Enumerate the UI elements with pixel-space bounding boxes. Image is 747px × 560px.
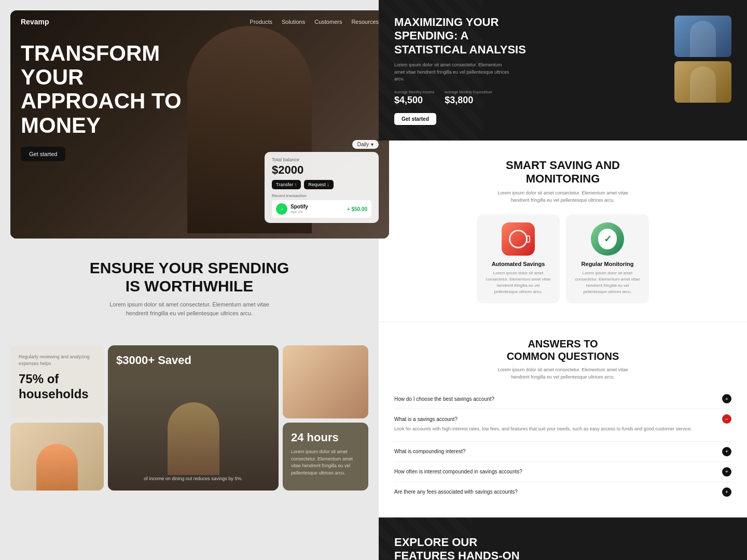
- transaction-row: ♪ Spotify Apr 24 + $50.00: [272, 200, 371, 218]
- household-stat-card: Regularly reviewing and analyzing expens…: [10, 345, 104, 418]
- faq-section: ANSWERS TO COMMON QUESTIONS Lorem ipsum …: [379, 321, 747, 517]
- faq-item-3[interactable]: What is compounding interest? +: [394, 442, 731, 462]
- avg-income-stat: Average Monthly Income $4,500: [394, 90, 434, 106]
- finance-widget: Daily ▾ Total balance $2000 Transfer ↑ R…: [265, 140, 379, 223]
- smart-saving-section: SMART SAVING AND MONITORING Lorem ipsum …: [379, 141, 747, 322]
- spending-desc: Lorem ipsum dolor sit amet consectetur. …: [101, 300, 278, 317]
- vault-circle: [509, 230, 528, 248]
- savings-income-text: of income on dining out reduces savings …: [108, 475, 279, 482]
- faq-toggle-1[interactable]: +: [722, 394, 731, 403]
- savings-amount: $3000+ Saved: [116, 354, 270, 367]
- avg-expense-value: $3,800: [445, 95, 492, 106]
- vault-icon: [502, 222, 535, 256]
- balance-label: Total balance: [272, 157, 371, 162]
- faq-question-3: What is compounding interest?: [394, 449, 465, 454]
- avg-expense-label: Average Monthly Expenditure: [445, 90, 492, 94]
- dark-hero-images: [674, 16, 731, 125]
- hours-number: 24 hours: [291, 431, 360, 444]
- regular-monitoring-desc: Lorem ipsum dolor sit amet consectetur. …: [574, 270, 641, 295]
- hero-title: TRANSFORM YOUR APPROACH TO MONEY: [21, 41, 218, 137]
- faq-toggle-4[interactable]: +: [722, 467, 731, 477]
- faq-item-4[interactable]: How often is interest compounded in savi…: [394, 462, 731, 482]
- tx-left: ♪ Spotify Apr 24: [276, 203, 308, 215]
- vault-handle: [526, 235, 530, 243]
- regular-monitoring-title: Regular Monitoring: [574, 261, 641, 267]
- faq-item-1[interactable]: How do I choose the best savings account…: [394, 389, 731, 409]
- person-silhouette-1: [690, 21, 716, 57]
- hero-nav: Revamp Products Solutions Customers Reso…: [10, 10, 389, 33]
- person-silhouette-2: [690, 66, 716, 103]
- nav-links: Products Solutions Customers Resources: [250, 19, 379, 25]
- vault-feature-icon: [502, 222, 535, 256]
- dark-hero-desc: Lorem ipsum dolor sit amet consectetur. …: [394, 62, 514, 83]
- transfer-button[interactable]: Transfer ↑: [272, 180, 301, 189]
- shield-icon-wrap: ✓: [591, 222, 624, 256]
- spending-section: ENSURE YOUR SPENDING IS WORTHWHILE Lorem…: [0, 239, 379, 345]
- dark-hero-cta-button[interactable]: Get started: [394, 113, 436, 125]
- savings-person-silhouette: [168, 402, 219, 475]
- hero-logo: Revamp: [21, 18, 49, 26]
- faq-answer-2: Look for accounts with high-interest rat…: [394, 424, 692, 436]
- hero-image-1: [674, 16, 731, 57]
- photo-card-1: [283, 345, 368, 418]
- hero-section: Revamp Products Solutions Customers Reso…: [10, 10, 389, 239]
- smart-saving-title: SMART SAVING AND MONITORING: [394, 159, 731, 186]
- stat-caption: Regularly reviewing and analyzing expens…: [19, 354, 95, 367]
- photo-card-2: [10, 423, 104, 491]
- regular-monitoring-card: ✓ Regular Monitoring Lorem ipsum dolor s…: [566, 214, 649, 303]
- spending-title: ENSURE YOUR SPENDING IS WORTHWHILE: [10, 259, 368, 295]
- faq-question-4: How often is interest compounded in savi…: [394, 469, 522, 474]
- faq-question-1: How do I choose the best savings account…: [394, 396, 494, 402]
- balance-actions: Transfer ↑ Request ↓: [272, 180, 371, 189]
- shield-shape: ✓: [598, 229, 617, 249]
- hours-card: 24 hours Lorem ipsum dolor sit amet cons…: [283, 423, 368, 491]
- recent-tx-label: Recent transaction: [272, 193, 371, 198]
- automated-savings-card: Automated Savings Lorem ipsum dolor sit …: [477, 214, 560, 303]
- faq-item-5[interactable]: Are there any fees associated with savin…: [394, 482, 731, 502]
- dark-hero-content: MAXIMIZING YOUR SPENDING: A STATISTICAL …: [394, 16, 664, 125]
- faq-title: ANSWERS TO COMMON QUESTIONS: [394, 338, 731, 362]
- balance-card: Total balance $2000 Transfer ↑ Request ↓…: [265, 152, 379, 223]
- savings-card: $3000+ Saved of income on dining out red…: [108, 345, 279, 491]
- smart-saving-desc: Lorem ipsum dolor sit amet consectetur. …: [490, 190, 635, 204]
- right-panel: MAXIMIZING YOUR SPENDING: A STATISTICAL …: [379, 0, 747, 560]
- hero-cta-button[interactable]: Get started: [21, 147, 65, 161]
- tx-name: Spotify: [290, 204, 308, 209]
- left-panel: Revamp Products Solutions Customers Reso…: [0, 0, 379, 560]
- stats-row: Average Monthly Income $4,500 Average Mo…: [394, 90, 664, 106]
- hours-desc: Lorem ipsum dolor sit amet consectetur. …: [291, 449, 360, 477]
- dark-hero-title: MAXIMIZING YOUR SPENDING: A STATISTICAL …: [394, 16, 529, 57]
- stats-grid: Regularly reviewing and analyzing expens…: [10, 345, 368, 491]
- tx-icon: ♪: [276, 203, 287, 215]
- request-button[interactable]: Request ↓: [304, 180, 334, 189]
- tx-amount: + $50.00: [347, 206, 367, 212]
- stat-number: 75% of households: [19, 372, 95, 402]
- faq-desc: Lorem ipsum dolor sit amet consectetur. …: [495, 367, 630, 381]
- avg-income-value: $4,500: [394, 95, 434, 106]
- nav-customers[interactable]: Customers: [314, 19, 342, 25]
- nav-solutions[interactable]: Solutions: [282, 19, 305, 25]
- faq-question-5: Are there any fees associated with savin…: [394, 489, 518, 495]
- automated-savings-desc: Lorem ipsum dolor sit amet consectetur. …: [485, 270, 551, 295]
- faq-toggle-2[interactable]: −: [722, 414, 731, 424]
- avg-income-label: Average Monthly Income: [394, 90, 434, 94]
- automated-savings-title: Automated Savings: [485, 261, 551, 267]
- shield-feature-icon: ✓: [591, 222, 624, 256]
- tx-info: Spotify Apr 24: [290, 204, 308, 214]
- faq-toggle-5[interactable]: +: [722, 487, 731, 497]
- nav-products[interactable]: Products: [250, 19, 272, 25]
- dark-hero-section: MAXIMIZING YOUR SPENDING: A STATISTICAL …: [379, 0, 747, 141]
- nav-resources[interactable]: Resources: [351, 19, 379, 25]
- daily-period-pill[interactable]: Daily ▾: [352, 140, 379, 149]
- feature-cards: Automated Savings Lorem ipsum dolor sit …: [394, 214, 731, 303]
- faq-item-2[interactable]: What is a savings account? − Look for ac…: [394, 409, 731, 442]
- hero-image-2: [674, 61, 731, 103]
- dark-cta-title: EXPLORE OUR FEATURES HANDS-ON: [394, 536, 529, 560]
- tx-date: Apr 24: [290, 209, 308, 214]
- faq-toggle-3[interactable]: +: [722, 447, 731, 456]
- faq-question-2: What is a savings account?: [394, 416, 458, 422]
- check-mark: ✓: [604, 233, 612, 245]
- avg-expense-stat: Average Monthly Expenditure $3,800: [445, 90, 492, 106]
- savings-amount-text: $3000+ Saved: [116, 354, 270, 367]
- income-text: of income on dining out reduces savings …: [108, 475, 279, 482]
